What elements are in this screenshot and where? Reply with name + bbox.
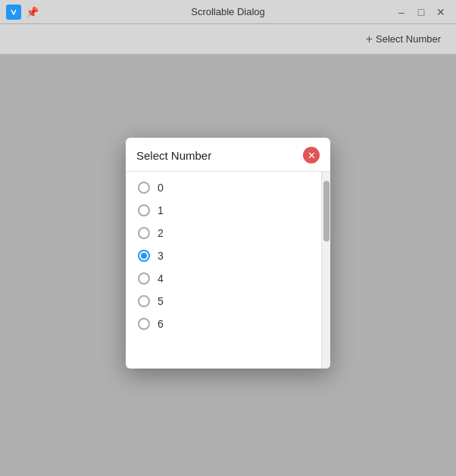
dialog-header: Select Number ✕ xyxy=(126,138,330,172)
radio-item-0[interactable]: 0 xyxy=(126,176,321,199)
toolbar: + Select Number xyxy=(0,24,456,54)
main-content: Select Number ✕ 0 1 2 xyxy=(0,54,456,476)
radio-item-6[interactable]: 6 xyxy=(126,313,321,335)
radio-item-2[interactable]: 2 xyxy=(126,222,321,244)
radio-item-1[interactable]: 1 xyxy=(126,199,321,222)
title-bar-controls: – □ ✕ xyxy=(392,3,450,21)
radio-1[interactable] xyxy=(138,204,150,216)
title-bar: 📌 Scrollable Dialog – □ ✕ xyxy=(0,0,456,24)
scrollbar-thumb[interactable] xyxy=(323,181,330,241)
close-window-button[interactable]: ✕ xyxy=(432,3,450,21)
radio-3[interactable] xyxy=(138,250,150,262)
radio-label-4: 4 xyxy=(158,272,164,285)
window-title: Scrollable Dialog xyxy=(191,6,265,17)
radio-5[interactable] xyxy=(138,295,150,307)
radio-item-3[interactable]: 3 xyxy=(126,244,321,267)
plus-icon: + xyxy=(366,33,373,46)
maximize-button[interactable]: □ xyxy=(412,3,430,21)
radio-4[interactable] xyxy=(138,272,150,285)
scrollbar-track[interactable] xyxy=(321,172,330,369)
kde-icon xyxy=(6,5,21,20)
radio-label-1: 1 xyxy=(158,204,164,216)
radio-6[interactable] xyxy=(138,318,150,330)
radio-list: 0 1 2 3 4 xyxy=(126,172,321,369)
minimize-button[interactable]: – xyxy=(392,3,411,21)
radio-label-2: 2 xyxy=(158,227,164,239)
dialog-close-button[interactable]: ✕ xyxy=(303,147,320,163)
radio-0[interactable] xyxy=(138,182,150,194)
pin-icon: 📌 xyxy=(26,6,39,18)
radio-label-0: 0 xyxy=(158,182,164,194)
radio-label-6: 6 xyxy=(158,318,164,330)
dialog-title: Select Number xyxy=(136,149,211,162)
dialog: Select Number ✕ 0 1 2 xyxy=(126,138,330,369)
toolbar-select-number-label: Select Number xyxy=(376,33,441,45)
svg-point-0 xyxy=(9,8,18,17)
radio-2[interactable] xyxy=(138,227,150,239)
radio-label-5: 5 xyxy=(158,295,164,307)
select-number-toolbar-button[interactable]: + Select Number xyxy=(360,30,447,49)
radio-label-3: 3 xyxy=(158,250,164,262)
title-bar-left: 📌 xyxy=(6,5,39,20)
radio-item-5[interactable]: 5 xyxy=(126,290,321,313)
dialog-body: 0 1 2 3 4 xyxy=(126,172,330,369)
radio-item-4[interactable]: 4 xyxy=(126,267,321,290)
